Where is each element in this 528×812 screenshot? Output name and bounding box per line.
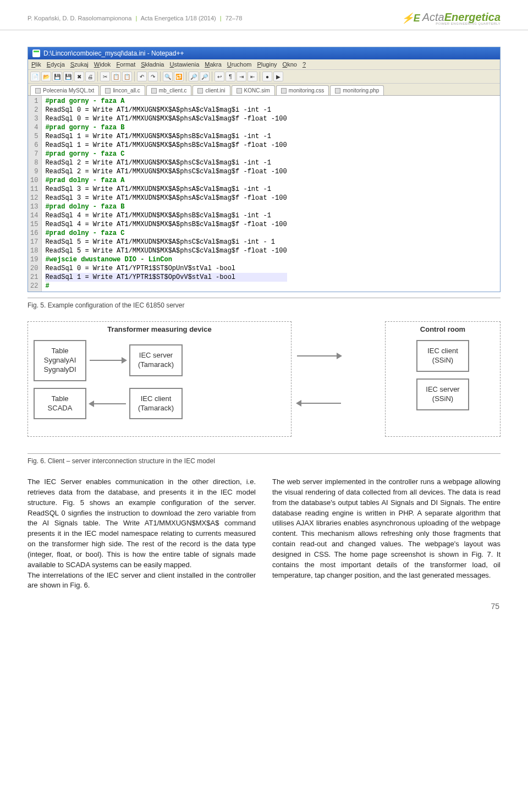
code-line: #prad dolny - faza B xyxy=(45,202,287,211)
toolbar-indent-icon[interactable]: ⇥ xyxy=(237,72,246,81)
file-tab[interactable]: Polecenia MySQL.txt xyxy=(30,85,99,95)
line-number: 2 xyxy=(30,106,38,114)
figure-rule xyxy=(28,453,501,454)
page-content: D:\Lincon\comboiec_mysql\data.ini - Note… xyxy=(0,30,528,633)
code-line: # xyxy=(45,282,287,290)
toolbar-play-icon[interactable]: ▶ xyxy=(273,72,283,81)
code-line: #prad dolny - faza C xyxy=(45,229,287,238)
toolbar-print-icon[interactable]: 🖨 xyxy=(85,72,95,81)
toolbar-separator xyxy=(260,72,260,81)
file-tab[interactable]: monitoring.css xyxy=(276,85,329,95)
toolbar-open-icon[interactable]: 📂 xyxy=(41,72,51,81)
toolbar-macro-icon[interactable]: ● xyxy=(262,72,272,81)
code-line: ReadSql 2 = Write AT1/MMXUGN$MX$A$phsC$c… xyxy=(45,158,287,167)
line-number: 21 xyxy=(30,273,38,282)
control-room-title: Control room xyxy=(391,325,494,333)
line-gutter: 12345678910111213141516171819202122 xyxy=(28,96,42,292)
window-title: D:\Lincon\comboiec_mysql\data.ini - Note… xyxy=(43,50,184,57)
control-room-box: Control room IEC client(SSiN) IEC server… xyxy=(385,321,501,437)
journal-logo: ⚡E ActaEnergetica POWER ENGINEERING QUAR… xyxy=(402,11,501,25)
file-tab[interactable]: lincon_all.c xyxy=(100,85,145,95)
toolbar-close-icon[interactable]: ✖ xyxy=(74,72,84,81)
menu-item[interactable]: Ustawienia xyxy=(169,61,199,68)
toolbar-replace-icon[interactable]: 🔁 xyxy=(174,72,184,81)
column-1-text: The IEC Server enables communication in … xyxy=(28,477,256,591)
code-line: ReadSql 5 = Write AT1/MMXUDN$MX$A$phsC$c… xyxy=(45,238,287,246)
figure-6-caption: Fig. 6. Client – server interconnection … xyxy=(28,457,501,465)
figure-6-diagram: Transformer measuring device TableSygnal… xyxy=(28,321,501,448)
code-line: ReadSql 1 = Write AT1/MMXUGN$MX$A$phsB$c… xyxy=(45,141,287,150)
code-line: #wejscie dwustanowe DIO - LinCon xyxy=(45,255,287,264)
tab-label: KONC.sim xyxy=(244,87,270,94)
toolbar-saveall-icon[interactable]: 💾 xyxy=(63,72,73,81)
toolbar-undo-icon[interactable]: ↶ xyxy=(137,72,147,81)
line-number: 5 xyxy=(30,132,38,141)
toolbar-wrap-icon[interactable]: ↩ xyxy=(215,72,224,81)
logo-text-energ: Energetica xyxy=(444,11,501,23)
line-number: 4 xyxy=(30,123,38,132)
menu-item[interactable]: ? xyxy=(302,61,306,68)
line-number: 6 xyxy=(30,141,38,150)
box-table-scada: TableSCADA xyxy=(34,388,86,420)
file-tab[interactable]: monitoring.php xyxy=(330,85,384,95)
toolbar-outdent-icon[interactable]: ⇤ xyxy=(248,72,257,81)
file-tab[interactable]: mb_client.c xyxy=(146,85,192,95)
code-line: #prad dolny - faza A xyxy=(45,176,287,185)
file-tab[interactable]: KONC.sim xyxy=(232,85,275,95)
box-iec-client-ssin: IEC client(SSiN) xyxy=(416,340,469,372)
menu-item[interactable]: Makra xyxy=(205,61,222,68)
code-line: ReadSql 1 = Write AT1/MMXUGN$MX$A$phsB$c… xyxy=(45,132,287,141)
line-number: 20 xyxy=(30,264,38,273)
toolbar-new-icon[interactable]: 📄 xyxy=(30,72,40,81)
menu-item[interactable]: Pluginy xyxy=(257,61,277,68)
toolbar-zoomout-icon[interactable]: 🔎 xyxy=(200,72,210,81)
code-line: ReadSql 5 = Write AT1/MMXUDN$MX$A$phsC$c… xyxy=(45,246,287,255)
menu-item[interactable]: Edycja xyxy=(47,61,65,68)
code-content[interactable]: #prad gorny - faza AReadSql 0 = Write AT… xyxy=(42,96,290,292)
toolbar-separator xyxy=(186,72,186,81)
code-line: ReadSql 0 = Write AT1/MMXUGN$MX$A$phsA$c… xyxy=(45,106,287,114)
tab-label: client.ini xyxy=(205,87,225,94)
page-number: 75 xyxy=(28,602,501,611)
editor-area: 12345678910111213141516171819202122 #pra… xyxy=(28,96,500,292)
code-line: ReadSql 4 = Write AT1/MMXUDN$MX$A$phsB$c… xyxy=(45,220,287,229)
menu-item[interactable]: Okno xyxy=(283,61,297,68)
code-line: ReadSql 4 = Write AT1/MMXUDN$MX$A$phsB$c… xyxy=(45,211,287,220)
toolbar-paste-icon[interactable]: 📋 xyxy=(122,72,132,81)
menu-item[interactable]: Szukaj xyxy=(70,61,89,68)
toolbar-cut-icon[interactable]: ✂ xyxy=(100,72,110,81)
tab-bar: Polecenia MySQL.txtlincon_all.cmb_client… xyxy=(28,84,500,96)
separator: | xyxy=(220,15,222,21)
line-number: 1 xyxy=(30,97,38,106)
toolbar-zoomin-icon[interactable]: 🔎 xyxy=(189,72,199,81)
toolbar-separator xyxy=(160,72,161,81)
menu-item[interactable]: Format xyxy=(116,61,135,68)
file-tab[interactable]: client.ini xyxy=(193,85,230,95)
toolbar-save-icon[interactable]: 💾 xyxy=(52,72,62,81)
transformer-title: Transformer measuring device xyxy=(34,325,285,333)
file-icon xyxy=(281,88,287,94)
toolbar-redo-icon[interactable]: ↷ xyxy=(148,72,158,81)
menu-item[interactable]: Widok xyxy=(94,61,111,68)
tab-label: lincon_all.c xyxy=(113,87,140,94)
box-iec-client-tamarack: IEC client(Tamarack) xyxy=(129,388,183,420)
box-iec-server-ssin: IEC server(SSiN) xyxy=(416,378,469,410)
toolbar-separator xyxy=(212,72,212,81)
line-number: 19 xyxy=(30,255,38,264)
code-line: ReadSql 2 = Write AT1/MMXUGN$MX$A$phsC$c… xyxy=(45,167,287,176)
toolbar-copy-icon[interactable]: 📋 xyxy=(111,72,121,81)
body-columns: The IEC Server enables communication in … xyxy=(28,477,501,591)
menu-item[interactable]: Uruchom xyxy=(227,61,252,68)
logo-text-acta: Acta xyxy=(422,11,444,23)
code-line: ReadSql 0 = Write AT1/YPTR1$ST$OpUnV$stV… xyxy=(45,264,287,273)
menu-item[interactable]: Plik xyxy=(31,61,41,68)
file-icon xyxy=(197,88,203,94)
line-number: 10 xyxy=(30,176,38,185)
toolbar-chars-icon[interactable]: ¶ xyxy=(226,72,235,81)
toolbar-find-icon[interactable]: 🔍 xyxy=(163,72,173,81)
menu-item[interactable]: Składnia xyxy=(141,61,164,68)
line-number: 14 xyxy=(30,211,38,220)
column-right: The web server implemented in the contro… xyxy=(272,477,501,591)
arrow-connector-right xyxy=(297,355,341,356)
line-number: 12 xyxy=(30,194,38,202)
